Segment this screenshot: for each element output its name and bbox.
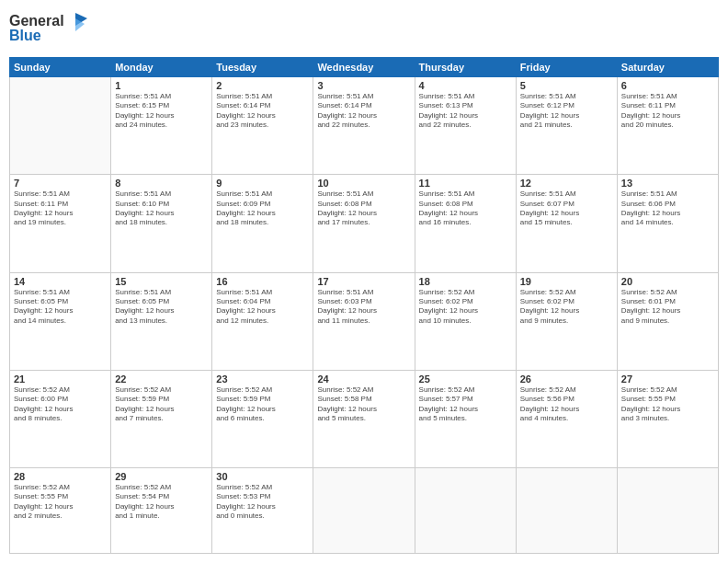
day-info: Sunrise: 5:52 AM Sunset: 5:56 PM Dayligh… [520, 385, 613, 424]
day-info: Sunrise: 5:52 AM Sunset: 6:02 PM Dayligh… [419, 288, 512, 327]
calendar-week-row: 21Sunrise: 5:52 AM Sunset: 6:00 PM Dayli… [10, 370, 719, 467]
svg-text:Blue: Blue [9, 28, 41, 43]
calendar-cell: 26Sunrise: 5:52 AM Sunset: 5:56 PM Dayli… [516, 370, 617, 467]
calendar-cell: 5Sunrise: 5:51 AM Sunset: 6:12 PM Daylig… [516, 77, 617, 175]
header: General Blue [9, 9, 719, 50]
calendar-cell [313, 468, 415, 554]
day-number: 27 [621, 373, 714, 385]
calendar-cell: 6Sunrise: 5:51 AM Sunset: 6:11 PM Daylig… [617, 77, 718, 175]
calendar-cell: 15Sunrise: 5:51 AM Sunset: 6:05 PM Dayli… [111, 272, 212, 370]
calendar-cell: 18Sunrise: 5:52 AM Sunset: 6:02 PM Dayli… [415, 272, 516, 370]
day-info: Sunrise: 5:52 AM Sunset: 5:53 PM Dayligh… [216, 483, 309, 522]
calendar-cell [10, 77, 111, 175]
day-info: Sunrise: 5:51 AM Sunset: 6:14 PM Dayligh… [216, 92, 309, 131]
day-info: Sunrise: 5:52 AM Sunset: 5:59 PM Dayligh… [115, 385, 208, 424]
day-number: 22 [115, 373, 208, 385]
weekday-header: Sunday [10, 58, 111, 77]
day-number: 1 [115, 80, 208, 91]
day-number: 3 [317, 80, 410, 91]
day-number: 9 [216, 178, 309, 189]
day-info: Sunrise: 5:51 AM Sunset: 6:05 PM Dayligh… [14, 288, 107, 327]
weekday-header: Thursday [415, 58, 516, 77]
day-info: Sunrise: 5:51 AM Sunset: 6:14 PM Dayligh… [317, 92, 410, 131]
day-number: 6 [621, 80, 714, 91]
calendar-cell: 11Sunrise: 5:51 AM Sunset: 6:08 PM Dayli… [415, 175, 516, 272]
calendar-cell: 7Sunrise: 5:51 AM Sunset: 6:11 PM Daylig… [10, 175, 111, 272]
day-number: 16 [216, 276, 309, 287]
day-info: Sunrise: 5:51 AM Sunset: 6:04 PM Dayligh… [216, 288, 309, 327]
page: General Blue SundayMondayTuesdayWednesda… [0, 0, 728, 563]
calendar-cell: 20Sunrise: 5:52 AM Sunset: 6:01 PM Dayli… [617, 272, 718, 370]
day-info: Sunrise: 5:51 AM Sunset: 6:11 PM Dayligh… [621, 92, 714, 131]
day-info: Sunrise: 5:51 AM Sunset: 6:15 PM Dayligh… [115, 92, 208, 131]
day-number: 18 [419, 276, 512, 287]
day-info: Sunrise: 5:52 AM Sunset: 5:57 PM Dayligh… [419, 385, 512, 424]
calendar-cell: 16Sunrise: 5:51 AM Sunset: 6:04 PM Dayli… [212, 272, 313, 370]
weekday-header: Wednesday [313, 58, 415, 77]
day-info: Sunrise: 5:52 AM Sunset: 5:55 PM Dayligh… [14, 483, 107, 522]
day-info: Sunrise: 5:51 AM Sunset: 6:12 PM Dayligh… [520, 92, 613, 131]
weekday-header: Monday [111, 58, 212, 77]
calendar-cell: 13Sunrise: 5:51 AM Sunset: 6:06 PM Dayli… [617, 175, 718, 272]
svg-text:General: General [9, 13, 64, 29]
calendar-cell: 4Sunrise: 5:51 AM Sunset: 6:13 PM Daylig… [415, 77, 516, 175]
calendar-cell: 17Sunrise: 5:51 AM Sunset: 6:03 PM Dayli… [313, 272, 415, 370]
calendar-cell [516, 468, 617, 554]
calendar-cell: 8Sunrise: 5:51 AM Sunset: 6:10 PM Daylig… [111, 175, 212, 272]
day-info: Sunrise: 5:51 AM Sunset: 6:03 PM Dayligh… [317, 288, 410, 327]
day-number: 11 [419, 178, 512, 189]
day-info: Sunrise: 5:51 AM Sunset: 6:05 PM Dayligh… [115, 288, 208, 327]
calendar-cell [617, 468, 718, 554]
weekday-header: Saturday [617, 58, 718, 77]
day-number: 23 [216, 373, 309, 385]
calendar-header-row: SundayMondayTuesdayWednesdayThursdayFrid… [10, 58, 719, 77]
day-number: 17 [317, 276, 410, 287]
day-info: Sunrise: 5:51 AM Sunset: 6:09 PM Dayligh… [216, 190, 309, 228]
calendar-week-row: 28Sunrise: 5:52 AM Sunset: 5:55 PM Dayli… [10, 468, 719, 554]
day-number: 13 [621, 178, 714, 189]
calendar-cell: 28Sunrise: 5:52 AM Sunset: 5:55 PM Dayli… [10, 468, 111, 554]
day-info: Sunrise: 5:51 AM Sunset: 6:08 PM Dayligh… [419, 190, 512, 228]
day-info: Sunrise: 5:52 AM Sunset: 5:59 PM Dayligh… [216, 385, 309, 424]
day-number: 7 [14, 178, 107, 189]
day-info: Sunrise: 5:52 AM Sunset: 6:00 PM Dayligh… [14, 385, 107, 424]
calendar-cell: 9Sunrise: 5:51 AM Sunset: 6:09 PM Daylig… [212, 175, 313, 272]
day-number: 15 [115, 276, 208, 287]
calendar-cell: 25Sunrise: 5:52 AM Sunset: 5:57 PM Dayli… [415, 370, 516, 467]
logo-text: General Blue [9, 9, 92, 50]
day-number: 2 [216, 80, 309, 91]
calendar-table: SundayMondayTuesdayWednesdayThursdayFrid… [9, 57, 719, 554]
calendar-cell: 3Sunrise: 5:51 AM Sunset: 6:14 PM Daylig… [313, 77, 415, 175]
day-info: Sunrise: 5:52 AM Sunset: 5:55 PM Dayligh… [621, 385, 714, 424]
calendar-cell: 24Sunrise: 5:52 AM Sunset: 5:58 PM Dayli… [313, 370, 415, 467]
day-info: Sunrise: 5:52 AM Sunset: 5:58 PM Dayligh… [317, 385, 410, 424]
weekday-header: Tuesday [212, 58, 313, 77]
day-info: Sunrise: 5:51 AM Sunset: 6:06 PM Dayligh… [621, 190, 714, 228]
calendar-cell: 22Sunrise: 5:52 AM Sunset: 5:59 PM Dayli… [111, 370, 212, 467]
day-number: 8 [115, 178, 208, 189]
day-info: Sunrise: 5:51 AM Sunset: 6:11 PM Dayligh… [14, 190, 107, 228]
day-number: 29 [115, 471, 208, 482]
day-number: 14 [14, 276, 107, 287]
day-number: 24 [317, 373, 410, 385]
calendar-cell [415, 468, 516, 554]
day-number: 25 [419, 373, 512, 385]
day-number: 12 [520, 178, 613, 189]
day-info: Sunrise: 5:52 AM Sunset: 6:01 PM Dayligh… [621, 288, 714, 327]
day-number: 5 [520, 80, 613, 91]
day-info: Sunrise: 5:52 AM Sunset: 5:54 PM Dayligh… [115, 483, 208, 522]
day-info: Sunrise: 5:51 AM Sunset: 6:07 PM Dayligh… [520, 190, 613, 228]
day-number: 20 [621, 276, 714, 287]
day-info: Sunrise: 5:51 AM Sunset: 6:13 PM Dayligh… [419, 92, 512, 131]
day-info: Sunrise: 5:51 AM Sunset: 6:10 PM Dayligh… [115, 190, 208, 228]
day-number: 30 [216, 471, 309, 482]
calendar-cell: 19Sunrise: 5:52 AM Sunset: 6:02 PM Dayli… [516, 272, 617, 370]
calendar-cell: 12Sunrise: 5:51 AM Sunset: 6:07 PM Dayli… [516, 175, 617, 272]
logo: General Blue [9, 9, 92, 50]
calendar-cell: 29Sunrise: 5:52 AM Sunset: 5:54 PM Dayli… [111, 468, 212, 554]
day-info: Sunrise: 5:52 AM Sunset: 6:02 PM Dayligh… [520, 288, 613, 327]
calendar-week-row: 1Sunrise: 5:51 AM Sunset: 6:15 PM Daylig… [10, 77, 719, 175]
day-number: 28 [14, 471, 107, 482]
calendar-cell: 1Sunrise: 5:51 AM Sunset: 6:15 PM Daylig… [111, 77, 212, 175]
calendar-week-row: 14Sunrise: 5:51 AM Sunset: 6:05 PM Dayli… [10, 272, 719, 370]
